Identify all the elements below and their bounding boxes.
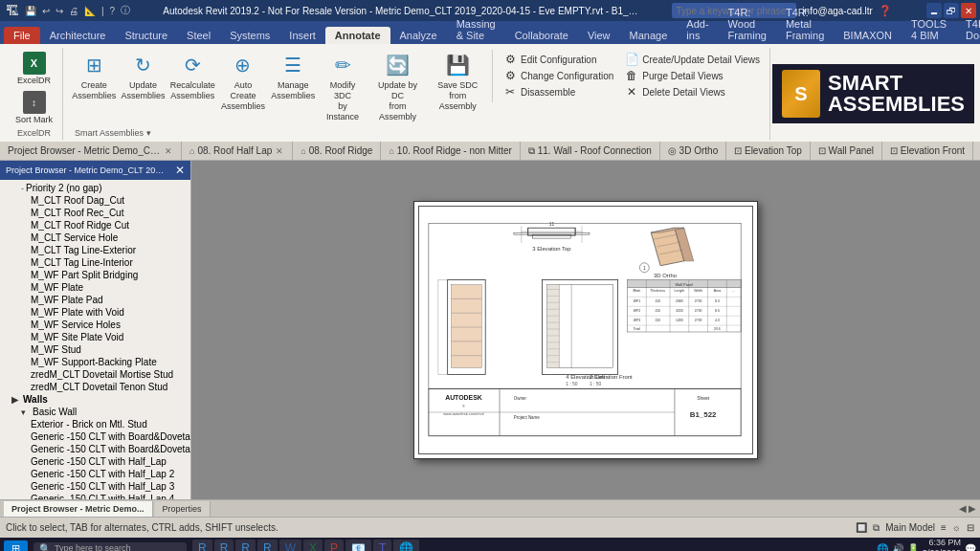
modify-3dc-btn[interactable]: ✏ Modify 3DCby Instance <box>319 50 366 123</box>
disassemble-btn[interactable]: ✂ Disassemble <box>499 84 617 99</box>
tree-item[interactable]: M_CLT Roof Ridge Cut <box>0 219 190 231</box>
manage-assemblies-btn[interactable]: ☰ ManageAssemblies <box>270 50 316 103</box>
create-assemblies-btn[interactable]: ⊞ CreateAssemblies <box>71 50 117 103</box>
update-by-dc-btn[interactable]: 🔄 Update by DCfrom Assembly <box>369 50 427 123</box>
delete-detail-btn[interactable]: ✕ Delete Detail Views <box>620 84 764 99</box>
tree-item[interactable]: M_CLT Tag Line-Exterior <box>0 244 190 256</box>
tab-analyze[interactable]: Analyze <box>390 27 447 44</box>
auto-create-assemblies-btn[interactable]: ⊕ Auto CreateAssemblies <box>219 50 267 113</box>
taskbar-browser[interactable]: 🌐 <box>393 540 419 551</box>
tree-item[interactable]: Generic -150 CLT with Half_Lap 3 <box>0 480 190 493</box>
help-btn[interactable]: ? <box>108 6 118 16</box>
tree-item[interactable]: Exterior - Brick on Mtl. Stud <box>0 418 190 430</box>
tab-t4r-metal[interactable]: T4R: Metal Framing <box>776 4 834 44</box>
update-assemblies-btn[interactable]: ↻ UpdateAssemblies <box>120 50 166 103</box>
roof-ridge-tab[interactable]: ⌂ 08. Roof Ridge <box>293 142 381 160</box>
elevation-top-tab[interactable]: ⊡ Elevation Top <box>726 142 811 160</box>
tree-item[interactable]: Generic -150 CLT with Half_Lap 2 <box>0 468 190 480</box>
elevation-left-tab[interactable]: ⊡ Elevation Left <box>973 142 980 160</box>
tab-addins[interactable]: Add-ins <box>677 15 718 44</box>
wall-roof-tab[interactable]: ⧉ 11. Wall - Roof Connection <box>521 142 660 160</box>
nav-right-icon[interactable]: ▶ <box>969 503 976 514</box>
excel-dr-btn[interactable]: X ExcelDR <box>11 50 56 87</box>
create-update-detail-btn[interactable]: 📄 Create/Update Detail Views <box>620 52 764 67</box>
taskbar-word[interactable]: W <box>279 540 301 551</box>
tab-manage[interactable]: Manage <box>620 27 678 44</box>
tree-item[interactable]: Generic -150 CLT with Half_Lap 4 <box>0 493 190 499</box>
3d-ortho-tab[interactable]: ◎ 3D Ortho <box>660 142 726 160</box>
nav-left-icon[interactable]: ◀ <box>959 503 967 514</box>
info-btn[interactable]: ⓘ <box>119 4 132 17</box>
detail-level-btn[interactable]: ⊟ <box>967 522 974 533</box>
tab-annotate[interactable]: Annotate <box>325 27 390 44</box>
taskbar-revit-2[interactable]: R <box>214 540 234 551</box>
tab-file[interactable]: File <box>4 27 40 44</box>
tree-item[interactable]: M_CLT Roof Dag_Cut <box>0 194 190 207</box>
start-button[interactable]: ⊞ <box>4 540 28 552</box>
shadows-btn[interactable]: ☼ <box>952 522 961 533</box>
browser-close-btn[interactable]: ✕ <box>175 164 185 177</box>
tree-item[interactable]: M_WF Stud <box>0 343 190 356</box>
basic-wall-group[interactable]: ▾ Basic Wall <box>0 406 190 418</box>
wall-panel-tab[interactable]: ⊡ Wall Panel <box>811 142 882 160</box>
search-taskbar-placeholder[interactable]: Type here to search <box>55 543 131 551</box>
taskbar-teams[interactable]: T <box>373 540 391 551</box>
taskbar-revit-3[interactable]: R <box>235 540 256 551</box>
taskbar-revit-1[interactable]: R <box>192 540 212 551</box>
notification-icon[interactable]: 💬 <box>965 543 976 552</box>
tree-item[interactable]: M_CLT Roof Rec_Cut <box>0 207 190 219</box>
undo-btn[interactable]: ↩ <box>40 6 52 16</box>
recalculate-assemblies-btn[interactable]: ⟳ RecalculateAssemblies <box>169 50 216 103</box>
redo-btn[interactable]: ↪ <box>54 6 65 16</box>
project-browser-tab[interactable]: Project Browser - Metric Demo_CLT 2019_2… <box>0 142 182 160</box>
tree-item[interactable]: M_WF Service Holes <box>0 319 190 331</box>
taskbar-mail[interactable]: 📧 <box>345 540 371 551</box>
help-icon[interactable]: ❓ <box>879 5 892 17</box>
change-config-btn[interactable]: ⚙ Change Configuration <box>499 68 617 83</box>
tree-item[interactable]: M_CLT Service Hole <box>0 231 190 244</box>
tree-item[interactable]: Generic -150 CLT with Half_Lap <box>0 455 190 468</box>
tree-item[interactable]: M_WF Support-Backing Plate <box>0 356 190 368</box>
tree-item[interactable]: M_WF Plate <box>0 281 190 294</box>
tab-structure[interactable]: Structure <box>115 27 177 44</box>
tab-view[interactable]: View <box>578 27 620 44</box>
tab-t4r-document[interactable]: T4R: Document <box>956 15 980 44</box>
tree-item[interactable]: Generic -150 CLT with Board&Dovetails IN… <box>0 443 190 455</box>
measure-btn[interactable]: 📐 <box>82 6 98 16</box>
tree-item[interactable]: Generic -150 CLT with Board&Dovetails <box>0 430 190 443</box>
sa-footer-label[interactable]: Smart Assemblies ▾ <box>75 128 151 138</box>
taskbar-excel[interactable]: X <box>303 540 323 551</box>
tab-collaborate[interactable]: Collaborate <box>505 27 578 44</box>
tree-item[interactable]: M_WF Plate Pad <box>0 294 190 306</box>
tree-item[interactable]: - Priority 2 (no gap) <box>0 182 190 194</box>
edit-config-btn[interactable]: ⚙ Edit Configuration <box>499 52 617 67</box>
tab-architecture[interactable]: Architecture <box>40 27 116 44</box>
tab-insert[interactable]: Insert <box>279 27 325 44</box>
roof-ridge-nm-tab[interactable]: ⌂ 10. Roof Ridge - non Mitter <box>381 142 521 160</box>
project-browser-bottom-tab[interactable]: Project Browser - Metric Demo... <box>4 501 153 517</box>
print-btn[interactable]: 🖨 <box>67 6 80 16</box>
tree-item[interactable]: M_WF Plate with Void <box>0 306 190 319</box>
roof-half-lap-tab[interactable]: ⌂ 08. Roof Half Lap ✕ <box>182 142 293 160</box>
tab-close-1[interactable]: ✕ <box>275 146 284 156</box>
tree-item[interactable]: zredM_CLT Dovetail Mortise Stud <box>0 368 190 381</box>
tree-item[interactable]: M_WF Site Plate Void <box>0 331 190 343</box>
tab-bimaxon[interactable]: BIMAXON <box>834 27 902 44</box>
tab-t4r-wood[interactable]: T4R: Wood Framing <box>719 4 776 44</box>
drawing-canvas[interactable]: 11 3 Elevation Top <box>191 161 980 499</box>
tree-item[interactable]: M_CLT Tag Line-Interior <box>0 256 190 269</box>
browser-tab-close[interactable]: ✕ <box>164 146 173 156</box>
save-btn[interactable]: 💾 <box>23 6 38 16</box>
tab-steel[interactable]: Steel <box>177 27 220 44</box>
tab-tools4bim[interactable]: TOOLS 4 BIM <box>902 15 956 44</box>
purge-detail-btn[interactable]: 🗑 Purge Detail Views <box>620 68 764 83</box>
sort-mark-btn[interactable]: ↕ Sort Mark <box>11 89 56 126</box>
tree-item[interactable]: M_WF Part Split Bridging <box>0 269 190 281</box>
properties-tab[interactable]: Properties <box>155 501 211 517</box>
tree-item[interactable]: zredM_CLT Dovetail Tenon Stud <box>0 381 190 393</box>
walls-group[interactable]: ▶ Walls <box>0 393 190 406</box>
tab-massing[interactable]: Massing & Site <box>447 15 505 44</box>
tab-systems[interactable]: Systems <box>220 27 279 44</box>
taskbar-revit-4[interactable]: R <box>257 540 278 551</box>
elevation-front-tab[interactable]: ⊡ Elevation Front <box>882 142 973 160</box>
